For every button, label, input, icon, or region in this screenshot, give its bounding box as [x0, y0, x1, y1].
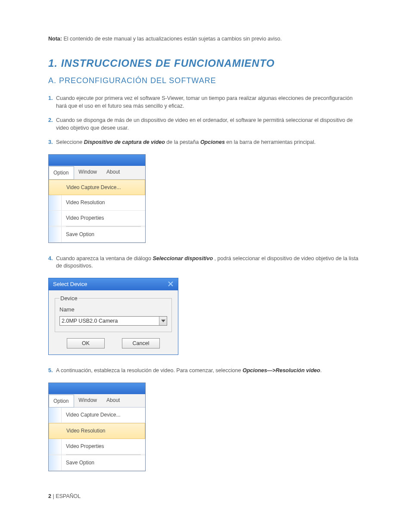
option-dropdown: Video Capture Device... Video Resolution… — [49, 408, 145, 470]
step-number: 3. — [48, 139, 56, 146]
step-2: 2. Cuando se disponga de más de un dispo… — [48, 117, 363, 132]
device-fieldset: Device Name 2.0MP USB2.0 Camera — [55, 295, 172, 332]
combobox-value: 2.0MP USB2.0 Camera — [60, 317, 159, 325]
menu-gutter — [49, 423, 62, 439]
step-3: 3. Seleccione Dispositivo de captura de … — [48, 139, 363, 146]
menu-item-label: Video Resolution — [62, 195, 145, 210]
step-text: A continuación, establezca la resolución… — [56, 367, 322, 375]
name-label: Name — [59, 306, 167, 314]
menubar: Option Window About — [49, 166, 145, 180]
menu-item-label: Video Properties — [62, 211, 145, 226]
menu-item-video-properties[interactable]: Video Properties — [49, 439, 145, 454]
menu-gutter — [49, 408, 62, 423]
select-device-dialog: Select Device Device Name 2.0MP USB2.0 C… — [48, 278, 178, 355]
menu-gutter — [49, 226, 62, 227]
menu-item-label: Save Option — [62, 455, 145, 470]
device-legend: Device — [59, 295, 78, 302]
menu-item-video-properties[interactable]: Video Properties — [49, 211, 145, 226]
note-text: Nota: El contenido de este manual y las … — [48, 35, 363, 43]
cancel-button[interactable]: Cancel — [122, 338, 160, 348]
menu-item-video-resolution[interactable]: Video Resolution — [49, 423, 145, 439]
step-4: 4. Cuando aparezca la ventana de diálogo… — [48, 255, 363, 270]
window-titlebar — [49, 383, 145, 394]
heading-2: A. PRECONFIGURACIÓN DEL SOFTWARE — [48, 75, 363, 86]
menu-gutter — [49, 439, 62, 454]
option-dropdown: Video Capture Device... Video Resolution… — [49, 180, 145, 243]
step-text: Cuando se disponga de más de un disposit… — [56, 117, 363, 132]
close-icon[interactable] — [167, 280, 175, 289]
heading-1: 1. INSTRUCCIONES DE FUNCIONAMIENTO — [48, 56, 363, 71]
chevron-down-icon[interactable] — [159, 317, 167, 325]
step-number: 2. — [48, 117, 56, 132]
figure-option-menu-resolution: Option Window About Video Capture Device… — [48, 383, 363, 471]
menu-item-label: Video Capture Device... — [62, 180, 145, 195]
menu-gutter — [49, 227, 62, 242]
footer-language: ESPAÑOL — [56, 493, 81, 499]
step-number: 4. — [48, 255, 56, 270]
menu-item-label: Save Option — [62, 227, 145, 242]
menu-item-video-capture-device[interactable]: Video Capture Device... — [49, 408, 145, 423]
option-menu-window: Option Window About Video Capture Device… — [48, 154, 146, 243]
menu-item-label: Video Resolution — [62, 423, 145, 439]
menu-item-video-capture-device[interactable]: Video Capture Device... — [49, 180, 145, 196]
footer-separator: | — [51, 493, 56, 499]
menu-item-save-option[interactable]: Save Option — [49, 455, 145, 471]
note-label: Nota: — [48, 36, 62, 42]
menu-gutter — [49, 454, 62, 455]
menu-gutter — [49, 195, 62, 210]
menu-option[interactable]: Option — [49, 395, 74, 408]
step-text: Cuando ejecute por primera vez el softwa… — [56, 95, 363, 110]
menu-option[interactable]: Option — [49, 166, 74, 180]
figure-select-device-dialog: Select Device Device Name 2.0MP USB2.0 C… — [48, 278, 363, 355]
menu-gutter — [49, 211, 62, 226]
note-body: El contenido de este manual y las actual… — [62, 36, 282, 42]
step-text: Cuando aparezca la ventana de diálogo Se… — [56, 255, 363, 270]
step-number: 5. — [48, 367, 56, 375]
menu-about[interactable]: About — [102, 166, 125, 179]
menu-window[interactable]: Window — [74, 394, 102, 408]
menu-gutter — [49, 180, 62, 195]
dialog-titlebar: Select Device — [49, 278, 178, 290]
menu-window[interactable]: Window — [74, 166, 102, 179]
menu-item-video-resolution[interactable]: Video Resolution — [49, 195, 145, 211]
menu-gutter — [49, 455, 62, 470]
step-number: 1. — [48, 95, 56, 110]
figure-option-menu-capture: Option Window About Video Capture Device… — [48, 154, 363, 243]
menu-about[interactable]: About — [102, 394, 125, 408]
step-1: 1. Cuando ejecute por primera vez el sof… — [48, 95, 363, 110]
step-5: 5. A continuación, establezca la resoluc… — [48, 367, 363, 375]
window-titlebar — [49, 155, 145, 166]
menu-item-label: Video Properties — [62, 439, 145, 454]
dialog-title: Select Device — [53, 280, 87, 288]
menubar: Option Window About — [49, 394, 145, 408]
page-footer: 2 | ESPAÑOL — [48, 493, 363, 501]
menu-item-label: Video Capture Device... — [62, 408, 145, 423]
ok-button[interactable]: OK — [67, 338, 105, 348]
device-name-combobox[interactable]: 2.0MP USB2.0 Camera — [59, 316, 167, 326]
menu-item-save-option[interactable]: Save Option — [49, 227, 145, 243]
step-text: Seleccione Dispositivo de captura de vid… — [56, 139, 315, 146]
page-number: 2 — [48, 493, 51, 499]
option-menu-window: Option Window About Video Capture Device… — [48, 383, 146, 471]
